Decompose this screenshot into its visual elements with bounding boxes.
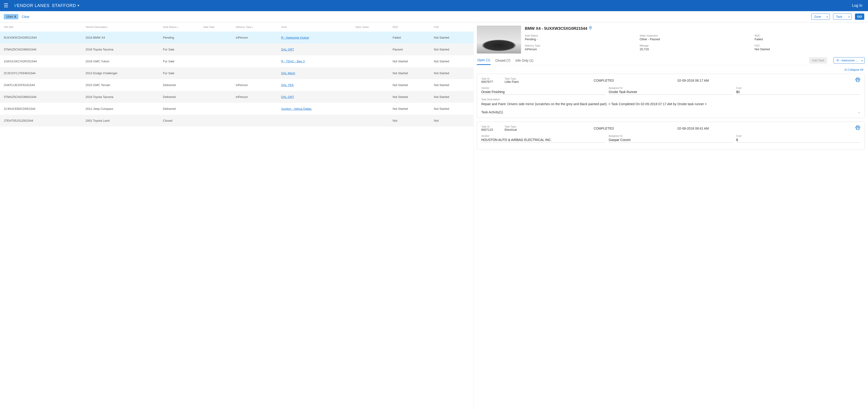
task-id: 6007123 bbox=[481, 128, 502, 131]
cell-fqc: Not Started bbox=[432, 91, 473, 103]
cost-label: Cost bbox=[736, 87, 860, 89]
tab-closed[interactable]: Closed (7) bbox=[495, 56, 511, 65]
table-row[interactable]: 2GKFLUE3XF6181544 2015 GMC Terrain Deliv… bbox=[0, 79, 473, 91]
table-row[interactable]: 1GKS1GKCXGR251544 2016 GMC Yukon For Sal… bbox=[0, 55, 473, 67]
collapse-label: Collapse All bbox=[847, 68, 863, 71]
col-desc[interactable]: Vehicle Description bbox=[84, 22, 161, 32]
col-zone[interactable]: Zone bbox=[279, 22, 353, 32]
clear-link[interactable]: Clear bbox=[22, 15, 29, 19]
queue-select[interactable]: R - Awesome ... bbox=[834, 57, 865, 64]
cell-sold: Delivered bbox=[161, 79, 202, 91]
task-select[interactable]: Task bbox=[833, 13, 852, 20]
cell-vin: 3TMAZ5CN2GM001544 bbox=[0, 43, 84, 55]
col-delivery[interactable]: Delivery Type bbox=[234, 22, 279, 32]
tab-info-only[interactable]: Info Only (1) bbox=[515, 56, 534, 65]
col-fqc[interactable]: FQC bbox=[432, 22, 473, 32]
zone-link[interactable]: Auction - Adesa Dallas bbox=[281, 107, 312, 110]
detail-title-row: BMW X4 - 5UXXW3C5XG0R21544 bbox=[525, 26, 865, 31]
assigned-label: Assigned To bbox=[609, 87, 733, 89]
meta-label: FQC bbox=[754, 44, 865, 47]
cell-desc: 2015 GMC Terrain bbox=[84, 79, 161, 91]
vendor-value[interactable]: Onsite Finishing bbox=[481, 90, 606, 95]
filter-chip-value: 1544 bbox=[6, 15, 13, 19]
menu-icon[interactable]: ☰ bbox=[4, 3, 8, 9]
print-icon[interactable] bbox=[851, 77, 860, 84]
col-opentasks[interactable]: Open Tasks bbox=[353, 22, 391, 32]
meta-item: State Inspection Other - Passed bbox=[640, 34, 750, 41]
cell-zone bbox=[279, 115, 353, 127]
zone-select[interactable]: Zone bbox=[811, 13, 830, 20]
cell-sold: For Sale bbox=[161, 55, 202, 67]
assigned-value[interactable]: Onsite Task Runner bbox=[609, 90, 733, 95]
meta-item: FQC Not Started bbox=[754, 44, 865, 51]
table-row[interactable]: 3TMAZ5CN2GM001544 2016 Toyota Tacoma For… bbox=[0, 43, 473, 55]
cell-sale bbox=[202, 79, 234, 91]
zone-link[interactable]: DAL GRT bbox=[281, 48, 294, 51]
cell-desc: 2016 Toyota Tacoma bbox=[84, 43, 161, 55]
assigned-value[interactable]: Gaspar Cocom bbox=[609, 138, 733, 143]
col-sold[interactable]: Sold Status bbox=[161, 22, 202, 32]
cost-value[interactable]: $ bbox=[736, 138, 860, 143]
cell-rqc: Failed bbox=[391, 32, 432, 43]
zone-link[interactable]: R - TDAC - Bay 3 bbox=[281, 60, 305, 63]
cost-value[interactable]: $0 bbox=[736, 90, 860, 95]
login-link[interactable]: Log In bbox=[850, 3, 864, 8]
zone-link[interactable]: DAL GRT bbox=[281, 95, 294, 99]
close-icon[interactable]: X bbox=[14, 15, 16, 19]
cell-fqc: Not Started bbox=[432, 67, 473, 79]
table-row[interactable]: 1C4NJCEB0CD651544 2012 Jeep Compass Deli… bbox=[0, 103, 473, 115]
task-status: COMPLETED bbox=[532, 79, 675, 82]
collapse-all-link[interactable]: ⊟ Collapse All bbox=[844, 68, 863, 71]
brand[interactable]: V ENDOR LANES STAFFORD ▼ bbox=[14, 3, 80, 8]
tab-open[interactable]: Open (1) bbox=[477, 56, 491, 65]
location-pin-icon[interactable] bbox=[589, 26, 592, 31]
detail-title: BMW X4 - 5UXXW3C5XG0R21544 bbox=[525, 26, 587, 31]
task-desc-label: Task Description bbox=[481, 98, 860, 101]
filter-chip[interactable]: 1544 X bbox=[4, 14, 19, 19]
task-activity-toggle[interactable]: Task Activity(1)⌄ bbox=[481, 110, 860, 114]
task-type: Little Paint bbox=[504, 80, 530, 83]
task-id-label: Task Id bbox=[481, 77, 502, 80]
col-vin[interactable]: VIN (34) bbox=[0, 22, 84, 32]
cell-vin: 1C4NJCEB0CD651544 bbox=[0, 103, 84, 115]
zone-link[interactable]: R - Awesome Queue bbox=[281, 36, 309, 39]
cell-fqc: Not Started bbox=[432, 43, 473, 55]
collapse-icon: ⊟ bbox=[844, 68, 846, 71]
print-icon[interactable] bbox=[851, 125, 860, 132]
cell-rqc: Not Started bbox=[391, 103, 432, 115]
cell-zone: R - Awesome Queue bbox=[279, 32, 353, 43]
task-type-label: Task Type bbox=[504, 125, 530, 128]
task-status: COMPLETED bbox=[532, 127, 675, 130]
task-id: 6007677 bbox=[481, 80, 502, 83]
add-task-button: Add Task bbox=[809, 57, 827, 64]
cell-opentasks bbox=[353, 32, 391, 43]
meta-item: RQC Failed bbox=[754, 34, 865, 41]
svg-rect-2 bbox=[857, 80, 859, 82]
col-rqc[interactable]: RQC bbox=[391, 22, 432, 32]
detail-panel: BMW X4 - 5UXXW3C5XG0R21544 Sold Status P… bbox=[473, 22, 868, 409]
go-button[interactable]: GO bbox=[855, 13, 864, 20]
cell-opentasks bbox=[353, 115, 391, 127]
cell-sale bbox=[202, 67, 234, 79]
header: ☰ V ENDOR LANES STAFFORD ▼ Log In bbox=[0, 0, 868, 11]
svg-rect-4 bbox=[857, 128, 859, 130]
cell-sale bbox=[202, 103, 234, 115]
cell-opentasks bbox=[353, 67, 391, 79]
table-row[interactable]: 2C3CDYCJ7DH641544 2013 Dodge Challenger … bbox=[0, 67, 473, 79]
brand-v: V bbox=[14, 3, 17, 8]
table-row[interactable]: JTEHT05J312001544 2001 Toyota Land Close… bbox=[0, 115, 473, 127]
task-activity-label: Task Activity(1) bbox=[481, 110, 503, 114]
table-row[interactable]: 3TMAZ5CN2GM001544 2016 Toyota Tacoma Del… bbox=[0, 91, 473, 103]
col-sale[interactable]: Sale Date bbox=[202, 22, 234, 32]
table-header-row: VIN (34) Vehicle Description Sold Status… bbox=[0, 22, 473, 32]
cell-vin: 5UXXW3C5XG0R21544 bbox=[0, 32, 84, 43]
cell-zone: Auction - Adesa Dallas bbox=[279, 103, 353, 115]
meta-value: InPerson bbox=[525, 47, 635, 51]
zone-link[interactable]: DAL Mech bbox=[281, 71, 295, 75]
zone-link[interactable]: DAL YEK bbox=[281, 83, 293, 87]
task-card: Task Id6007677 Task TypeLittle Paint COM… bbox=[477, 74, 865, 118]
vendor-value[interactable]: HOUSTON AUTO & AIRBAG ELECTRICAL INC. bbox=[481, 138, 606, 143]
tab-row: Open (1) Closed (7) Info Only (1) Add Ta… bbox=[473, 56, 868, 65]
table-row[interactable]: 5UXXW3C5XG0R21544 2016 BMW X4 Pending In… bbox=[0, 32, 473, 43]
cell-zone: DAL GRT bbox=[279, 43, 353, 55]
